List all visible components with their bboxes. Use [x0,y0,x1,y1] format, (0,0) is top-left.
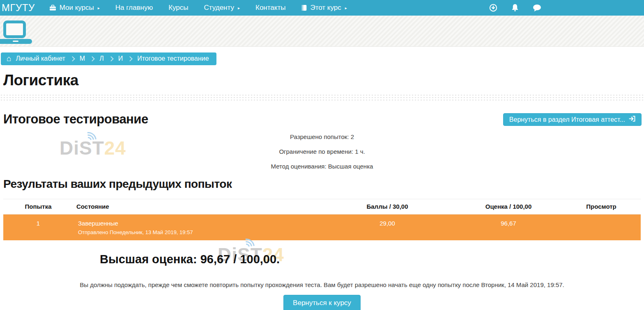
breadcrumb-item-m[interactable]: М [80,55,85,62]
table-header-row: Попытка Состояние Баллы / 30,00 Оценка /… [3,199,641,214]
laptop-logo-icon[interactable] [0,20,33,45]
menu-item-contacts[interactable]: Контакты [248,0,293,16]
chevron-right-icon [127,56,133,62]
menu-item-label: Контакты [255,4,285,12]
breadcrumb-item-dashboard[interactable]: Личный кабинет [16,55,65,62]
menu-item-label: Курсы [168,4,188,12]
results-heading: Результаты ваших предыдущих попыток [3,178,644,191]
back-to-section-label: Вернуться в раздел Итоговая аттест... [509,116,625,123]
menu-item-student[interactable]: Студенту ▸ [196,0,248,16]
time-limit-text: Ограничение по времени: 1 ч. [0,148,644,155]
course-title: Логистика [3,72,644,89]
header-review: Просмотр [562,199,641,214]
download-circle-icon[interactable] [489,4,497,12]
sign-in-icon [629,116,635,123]
dotted-divider [0,94,644,102]
navbar-right-icons [489,0,541,16]
back-to-course-label: Вернуться к курсу [293,299,351,307]
site-logo[interactable]: МГУТУ [0,0,41,16]
menu-item-this-course[interactable]: Этот курс ▸ [293,0,354,16]
table-row: 1 Завершенные Отправлено Понедельник, 13… [3,214,641,241]
grading-method-text: Метод оценивания: Высшая оценка [0,163,644,170]
caret-right-icon: ▸ [98,6,100,10]
quiz-header: Итоговое тестирование Вернуться в раздел… [3,112,642,127]
breadcrumb-item-l[interactable]: Л [99,55,104,62]
caret-right-icon: ▸ [238,6,240,10]
breadcrumb-item-i[interactable]: И [118,55,123,62]
breadcrumb-item-quiz[interactable]: Итоговое тестирование [137,55,209,62]
attempts-table: Попытка Состояние Баллы / 30,00 Оценка /… [3,199,641,240]
top-navbar: МГУТУ Мои курсы ▸ На главную Курсы Студе… [0,0,644,16]
breadcrumb: ⌂ Личный кабинет М Л И Итоговое тестиров… [1,52,216,65]
header-attempt: Попытка [3,199,73,214]
home-icon[interactable]: ⌂ [7,56,11,62]
header-band [0,16,644,47]
menu-item-my-courses[interactable]: Мои курсы ▸ [41,0,108,16]
header-grade: Оценка / 100,00 [455,199,562,214]
messages-icon[interactable] [533,4,541,12]
chevron-right-icon [90,56,95,62]
attempt-review [562,214,641,241]
menu-item-label: Этот курс [310,4,341,12]
book-icon [301,5,307,11]
header-state: Состояние [73,199,320,214]
menu-item-label: На главную [115,4,153,12]
bell-icon[interactable] [511,4,519,12]
chevron-right-icon [108,56,114,62]
quiz-title: Итоговое тестирование [3,112,148,127]
attempt-state: Завершенные [78,220,319,227]
briefcase-icon [49,5,56,11]
attempt-number: 1 [3,214,73,241]
attempt-marks: 29,00 [320,214,455,241]
chevron-right-icon [70,56,75,62]
quiz-info: Разрешено попыток: 2 Ограничение по врем… [0,133,644,170]
menu-item-label: Мои курсы [60,4,94,12]
menu-item-courses[interactable]: Курсы [161,0,196,16]
menu-item-label: Студенту [204,4,234,12]
wait-message: Вы должны подождать, прежде чем сможете … [0,281,644,288]
breadcrumb-row: ⌂ Личный кабинет М Л И Итоговое тестиров… [0,47,644,65]
attempt-grade: 96,67 [455,214,562,241]
attempts-allowed-text: Разрешено попыток: 2 [0,133,644,140]
header-marks: Баллы / 30,00 [320,199,455,214]
back-to-course-button[interactable]: Вернуться к курсу [283,295,361,310]
main-menu: Мои курсы ▸ На главную Курсы Студенту ▸ … [41,0,355,16]
final-grade-text: Высшая оценка: 96,67 / 100,00. [100,253,644,266]
menu-item-home[interactable]: На главную [108,0,161,16]
back-to-section-button[interactable]: Вернуться в раздел Итоговая аттест... [503,113,642,126]
attempt-submitted-date: Отправлено Понедельник, 13 Май 2019, 19:… [78,229,319,235]
attempt-state-cell: Завершенные Отправлено Понедельник, 13 М… [73,214,320,241]
caret-right-icon: ▸ [345,6,347,10]
